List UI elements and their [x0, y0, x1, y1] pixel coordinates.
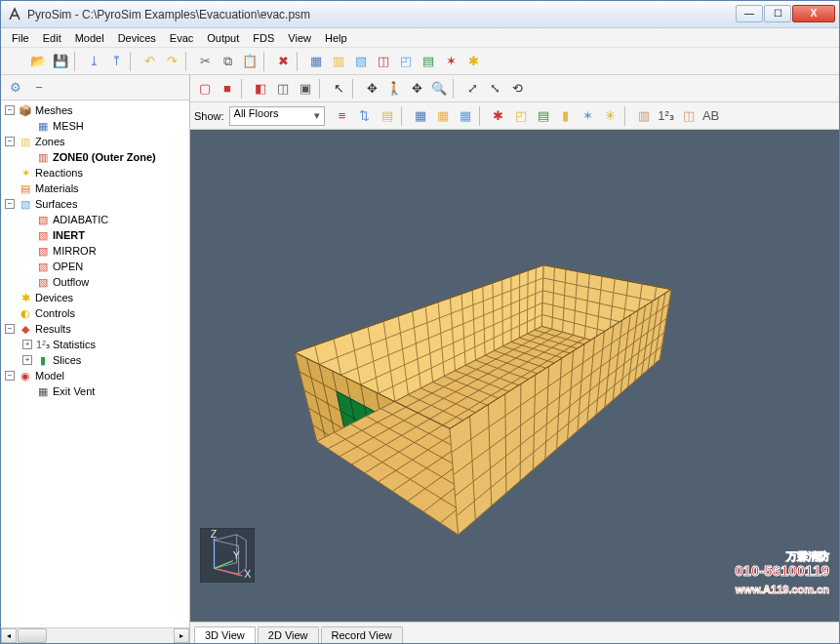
floor-down-icon[interactable]: ≡: [332, 105, 353, 127]
expander-icon[interactable]: +: [22, 355, 32, 365]
expander-icon[interactable]: −: [5, 137, 15, 146]
export-icon[interactable]: ⤒: [105, 51, 127, 72]
scroll-right-button[interactable]: ▸: [174, 628, 189, 643]
expander-icon[interactable]: −: [5, 324, 15, 334]
zoom-extents-icon[interactable]: ⤢: [461, 78, 483, 100]
delete-icon[interactable]: ✖: [272, 51, 294, 72]
tree-node-inert[interactable]: ▧INERT: [1, 227, 189, 243]
menu-fds[interactable]: FDS: [246, 30, 281, 46]
orbit-icon[interactable]: ✥: [361, 78, 382, 100]
floor-select[interactable]: All Floors: [229, 106, 325, 126]
show-labels-icon[interactable]: ▥: [633, 105, 655, 127]
copy-icon[interactable]: ⧉: [217, 51, 238, 72]
expander-icon[interactable]: −: [5, 199, 15, 209]
new-vent-icon[interactable]: ▤: [418, 51, 439, 72]
tree-node-mirror[interactable]: ▧MIRROR: [1, 243, 189, 259]
axis-widget[interactable]: Z X Y: [200, 528, 255, 583]
tree-node-open[interactable]: ▧OPEN: [1, 259, 189, 274]
tree-node-devices[interactable]: ✱Devices: [1, 290, 189, 305]
settings-icon[interactable]: ⚙: [5, 77, 26, 99]
show-holes-icon[interactable]: ◰: [510, 105, 532, 127]
collapse-icon[interactable]: −: [28, 77, 50, 99]
new-zone-icon[interactable]: ▥: [328, 51, 349, 72]
viewport-3d[interactable]: Z X Y 万霖消防 010-56100119 www.A119.com.cn: [190, 130, 839, 622]
show-model-icon[interactable]: ◫: [678, 105, 700, 127]
svg-text:Z: Z: [211, 529, 218, 540]
show-slices-icon[interactable]: ▮: [555, 105, 577, 127]
new-obstruction-icon[interactable]: ◫: [373, 51, 394, 72]
tree-node-zones[interactable]: −▥Zones: [1, 134, 189, 149]
tree-node-mesh[interactable]: ▦MESH: [1, 118, 189, 134]
minimize-button[interactable]: —: [736, 5, 763, 22]
menu-file[interactable]: File: [5, 30, 36, 46]
zoom-icon[interactable]: 🔍: [428, 78, 450, 100]
import-icon[interactable]: ⤓: [83, 51, 104, 72]
new-particle-icon[interactable]: ✶: [440, 51, 461, 72]
pan-icon[interactable]: ✥: [406, 78, 427, 100]
tree-node-zone0-outer-zone-[interactable]: ▥ZONE0 (Outer Zone): [1, 149, 189, 165]
menu-view[interactable]: View: [281, 30, 318, 46]
tree-node-results[interactable]: −◆Results: [1, 321, 189, 337]
open-icon[interactable]: 📂: [27, 51, 49, 72]
model-tree[interactable]: −📦Meshes▦MESH−▥Zones▥ZONE0 (Outer Zone)✶…: [1, 101, 189, 627]
show-mesh-grid-icon[interactable]: ▦: [455, 105, 476, 127]
new-surface-icon[interactable]: ▧: [350, 51, 372, 72]
mixed-icon[interactable]: ◧: [250, 78, 271, 100]
undo-icon[interactable]: ↶: [139, 51, 160, 72]
show-evac-icon[interactable]: ✳: [600, 105, 621, 127]
new-device-icon[interactable]: ✱: [462, 51, 484, 72]
menu-output[interactable]: Output: [200, 30, 246, 46]
expander-icon[interactable]: +: [22, 340, 32, 349]
tree-node-statistics[interactable]: +1²₃Statistics: [1, 337, 189, 352]
floor-settings-icon[interactable]: ▤: [377, 105, 398, 127]
close-button[interactable]: X: [792, 5, 835, 22]
tree-node-meshes[interactable]: −📦Meshes: [1, 102, 189, 118]
save-icon[interactable]: 💾: [50, 51, 71, 72]
expander-icon[interactable]: −: [5, 105, 15, 115]
expander-icon[interactable]: −: [5, 371, 15, 381]
tab-3d-view[interactable]: 3D View: [194, 626, 256, 643]
tab-record-view[interactable]: Record View: [321, 626, 403, 643]
new-hole-icon[interactable]: ◰: [395, 51, 417, 72]
realistic-icon[interactable]: ▣: [295, 78, 316, 100]
show-mesh-icon[interactable]: ▦: [410, 105, 431, 127]
paste-icon[interactable]: 📋: [239, 51, 260, 72]
menu-help[interactable]: Help: [318, 30, 354, 46]
outline-icon[interactable]: ◫: [272, 78, 294, 100]
tree-node-reactions[interactable]: ✶Reactions: [1, 165, 189, 181]
select-icon[interactable]: ↖: [328, 78, 349, 100]
tab-2d-view[interactable]: 2D View: [258, 626, 319, 643]
show-mesh-boundary-icon[interactable]: ▦: [432, 105, 454, 127]
new-icon[interactable]: ▥: [5, 51, 26, 72]
show-devices-icon[interactable]: ✶: [578, 105, 599, 127]
tree-node-slices[interactable]: +▮Slices: [1, 352, 189, 368]
tree-node-outflow[interactable]: ▧Outflow: [1, 274, 189, 290]
tree-node-adiabatic[interactable]: ▧ADIABATIC: [1, 212, 189, 227]
show-obstructions-icon[interactable]: ✱: [488, 105, 509, 127]
new-mesh-icon[interactable]: ▦: [305, 51, 327, 72]
tree-node-materials[interactable]: ▤Materials: [1, 181, 189, 196]
show-stats-icon[interactable]: 1²₃: [656, 105, 677, 127]
reset-view-icon[interactable]: ⟲: [506, 78, 528, 100]
show-notes-icon[interactable]: AB: [700, 105, 722, 127]
tree-node-surfaces[interactable]: −▧Surfaces: [1, 196, 189, 212]
menu-evac[interactable]: Evac: [163, 30, 200, 46]
tree-node-controls[interactable]: ◐Controls: [1, 305, 189, 321]
scroll-thumb[interactable]: [18, 628, 47, 643]
menu-edit[interactable]: Edit: [36, 30, 68, 46]
tree-h-scrollbar[interactable]: ◂ ▸: [1, 627, 189, 643]
floor-up-icon[interactable]: ⇅: [354, 105, 376, 127]
cut-icon[interactable]: ✂: [194, 51, 216, 72]
walk-icon[interactable]: 🚶: [383, 78, 405, 100]
zoom-selection-icon[interactable]: ⤡: [484, 78, 505, 100]
tree-node-model[interactable]: −◉Model: [1, 368, 189, 383]
scroll-left-button[interactable]: ◂: [1, 628, 17, 643]
redo-icon[interactable]: ↷: [161, 51, 182, 72]
tree-node-exit-vent[interactable]: ▦Exit Vent: [1, 383, 189, 399]
maximize-button[interactable]: ☐: [764, 5, 791, 22]
menu-model[interactable]: Model: [68, 30, 111, 46]
show-vents-icon[interactable]: ▤: [533, 105, 554, 127]
solid-icon[interactable]: ■: [217, 78, 238, 100]
wireframe-icon[interactable]: ▢: [194, 78, 216, 100]
menu-devices[interactable]: Devices: [111, 30, 163, 46]
